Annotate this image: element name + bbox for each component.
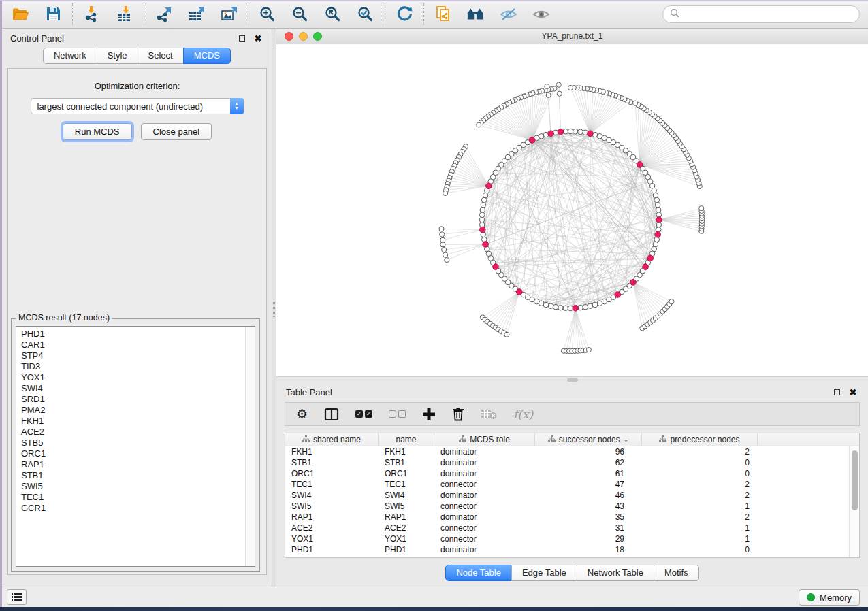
zoom-out-icon[interactable] xyxy=(291,5,310,24)
window-minimize-icon[interactable] xyxy=(299,32,308,41)
cell-MCDS-role[interactable]: dominator xyxy=(434,468,535,479)
network-node[interactable] xyxy=(597,301,602,306)
network-node[interactable] xyxy=(592,302,598,308)
export-image-icon[interactable] xyxy=(219,5,238,24)
cell-predecessor-nodes[interactable]: 2 xyxy=(642,479,758,490)
cell-name[interactable]: SWI4 xyxy=(379,490,434,501)
zoom-selected-icon[interactable] xyxy=(356,5,375,24)
dominator-node[interactable] xyxy=(558,129,564,135)
leaf-node[interactable] xyxy=(699,206,704,211)
cell-successor-nodes[interactable]: 35 xyxy=(535,512,642,523)
leaf-node[interactable] xyxy=(586,348,591,352)
column-header-predecessor-nodes[interactable]: predecessor nodes xyxy=(642,433,758,446)
network-node[interactable] xyxy=(480,208,485,213)
table-row[interactable]: TEC1TEC1connector472 xyxy=(285,479,859,490)
table-tab-node-table[interactable]: Node Table xyxy=(445,565,512,581)
table-tab-network-table[interactable]: Network Table xyxy=(577,565,654,581)
apply-layout-refresh-icon[interactable] xyxy=(395,5,414,24)
cell-successor-nodes[interactable]: 18 xyxy=(535,544,642,555)
network-node[interactable] xyxy=(479,217,485,222)
search-input[interactable] xyxy=(684,9,852,19)
cell-predecessor-nodes[interactable]: 1 xyxy=(642,533,758,544)
cell-shared-name[interactable]: ORC1 xyxy=(285,468,379,479)
tab-select[interactable]: Select xyxy=(138,48,184,64)
mcds-result-item[interactable]: TEC1 xyxy=(21,492,255,503)
dominator-node[interactable] xyxy=(655,231,661,237)
network-node[interactable] xyxy=(654,197,660,203)
network-node[interactable] xyxy=(558,305,564,310)
leaf-node[interactable] xyxy=(439,227,444,231)
dominator-node[interactable] xyxy=(493,264,499,270)
leaf-node[interactable] xyxy=(440,237,445,242)
cell-name[interactable]: PHD1 xyxy=(379,544,434,555)
table-row[interactable]: RAP1RAP1dominator352 xyxy=(285,512,859,523)
dominator-node[interactable] xyxy=(643,264,649,270)
mcds-result-item[interactable]: YOX1 xyxy=(21,372,255,383)
cell-predecessor-nodes[interactable]: 2 xyxy=(642,490,758,501)
network-node[interactable] xyxy=(588,303,593,309)
cell-predecessor-nodes[interactable]: 0 xyxy=(642,457,758,468)
leaf-node[interactable] xyxy=(556,82,561,87)
tab-mcds[interactable]: MCDS xyxy=(183,48,231,64)
dominator-node[interactable] xyxy=(529,137,535,144)
window-close-icon[interactable] xyxy=(285,32,293,41)
unselect-all-columns-icon[interactable] xyxy=(389,406,406,423)
table-row[interactable]: YOX1YOX1connector291 xyxy=(285,533,859,544)
close-panel-button[interactable]: ✖ xyxy=(253,33,263,44)
mcds-result-item[interactable]: GCR1 xyxy=(21,503,255,514)
mcds-result-item[interactable]: PHD1 xyxy=(21,329,255,340)
cell-predecessor-nodes[interactable]: 0 xyxy=(642,544,758,555)
table-scrollbar-thumb[interactable] xyxy=(852,450,858,510)
cell-MCDS-role[interactable]: dominator xyxy=(434,490,535,501)
close-panel-button-mcds[interactable]: Close panel xyxy=(141,123,212,140)
cell-predecessor-nodes[interactable]: 1 xyxy=(642,523,758,533)
table-float-button[interactable] xyxy=(831,386,842,397)
dominator-node[interactable] xyxy=(615,292,621,298)
cell-successor-nodes[interactable]: 43 xyxy=(535,501,642,512)
mcds-result-item[interactable]: SWI5 xyxy=(21,481,255,492)
mcds-result-item[interactable]: PMA2 xyxy=(21,405,255,416)
import-network-icon[interactable] xyxy=(82,5,101,24)
mcds-result-item[interactable]: STB5 xyxy=(21,437,255,448)
table-row[interactable]: FKH1FKH1dominator962 xyxy=(285,446,859,457)
mcds-result-item[interactable]: SRD1 xyxy=(21,394,255,405)
cell-predecessor-nodes[interactable]: 0 xyxy=(642,468,758,479)
cell-shared-name[interactable]: FKH1 xyxy=(285,446,379,457)
table-tab-motifs[interactable]: Motifs xyxy=(654,565,699,581)
leaf-node[interactable] xyxy=(545,84,549,88)
table-row[interactable]: ACE2ACE2connector311 xyxy=(285,523,859,533)
dominator-node[interactable] xyxy=(656,217,662,223)
cell-name[interactable]: SWI5 xyxy=(379,501,434,512)
select-all-columns-icon[interactable]: ✓✓ xyxy=(355,406,372,423)
cell-predecessor-nodes[interactable]: 2 xyxy=(642,512,758,523)
leaf-node[interactable] xyxy=(440,232,445,237)
cell-MCDS-role[interactable]: connector xyxy=(434,501,535,512)
clone-network-icon[interactable] xyxy=(434,5,453,24)
network-node[interactable] xyxy=(483,193,488,198)
dominator-node[interactable] xyxy=(647,255,654,261)
cell-shared-name[interactable]: PHD1 xyxy=(285,544,379,555)
cell-shared-name[interactable]: SWI5 xyxy=(285,501,379,512)
table-tab-edge-table[interactable]: Edge Table xyxy=(511,565,577,581)
memory-button[interactable]: Memory xyxy=(799,589,860,606)
leaf-node[interactable] xyxy=(477,122,481,127)
cell-predecessor-nodes[interactable]: 1 xyxy=(642,501,758,512)
dominator-node[interactable] xyxy=(483,242,489,248)
split-view-icon[interactable] xyxy=(324,406,339,423)
export-table-icon[interactable] xyxy=(187,5,206,24)
show-all-icon[interactable] xyxy=(532,5,551,24)
open-folder-icon[interactable] xyxy=(11,5,30,24)
network-node[interactable] xyxy=(479,212,485,218)
leaf-node[interactable] xyxy=(669,299,674,304)
leaf-node[interactable] xyxy=(442,247,447,252)
cell-name[interactable]: FKH1 xyxy=(379,446,434,457)
column-header-name[interactable]: name xyxy=(379,433,434,446)
gear-icon[interactable]: ⚙ xyxy=(296,406,308,423)
leaf-node[interactable] xyxy=(504,332,509,337)
network-node[interactable] xyxy=(656,208,661,213)
leaf-node[interactable] xyxy=(440,242,445,247)
task-history-button[interactable] xyxy=(7,589,27,605)
cell-shared-name[interactable]: TEC1 xyxy=(285,479,379,490)
zoom-fit-icon[interactable] xyxy=(323,5,342,24)
network-node[interactable] xyxy=(563,306,568,311)
